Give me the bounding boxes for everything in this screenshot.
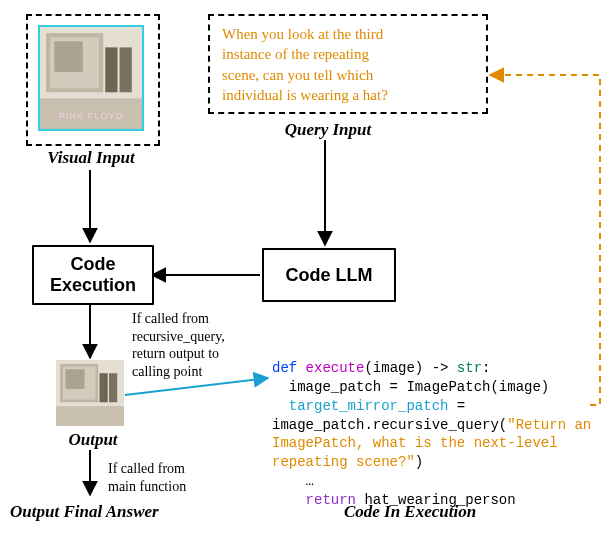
recursive-condition-text: If called from recursive_query, return o…	[132, 310, 282, 380]
output-label: Output	[48, 430, 138, 450]
svg-rect-18	[100, 373, 108, 402]
svg-rect-10	[105, 47, 117, 92]
final-answer-label: Output Final Answer	[10, 502, 220, 522]
code-llm-box: Code LLM	[262, 248, 396, 302]
visual-input-label: Visual Input	[26, 148, 156, 168]
visual-input-image: PINK FLOYD	[38, 25, 144, 131]
svg-rect-20	[56, 406, 124, 426]
svg-rect-19	[109, 373, 117, 402]
query-input-box: When you look at the third instance of t…	[208, 14, 488, 114]
svg-rect-9	[54, 41, 83, 72]
code-execution-box: Code Execution	[32, 245, 154, 305]
svg-rect-17	[66, 369, 85, 389]
main-condition-text: If called from main function	[108, 460, 238, 495]
query-input-text: When you look at the third instance of t…	[222, 24, 474, 105]
code-block: def execute(image) -> str: image_patch =…	[272, 340, 612, 510]
svg-text:PINK FLOYD: PINK FLOYD	[59, 111, 124, 121]
svg-line-5	[125, 378, 268, 395]
query-input-label: Query Input	[258, 120, 398, 140]
output-image	[56, 360, 124, 426]
svg-rect-11	[120, 47, 132, 92]
